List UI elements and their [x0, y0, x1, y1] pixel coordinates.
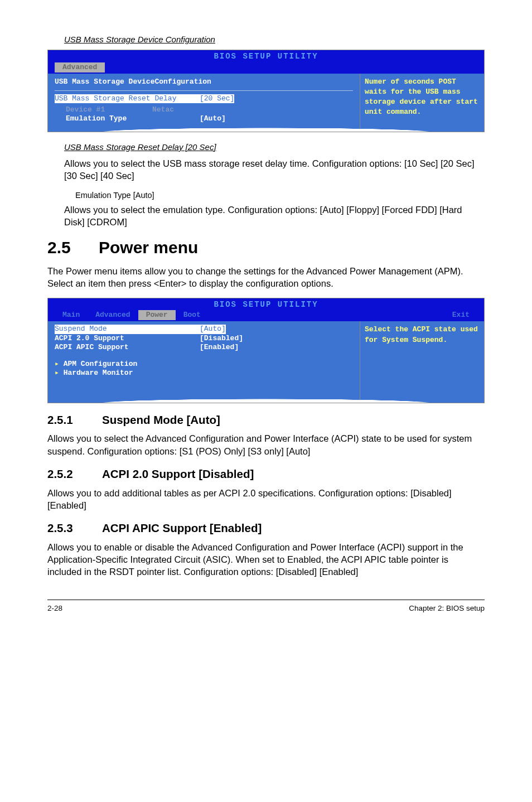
device-value: Netac	[152, 105, 174, 114]
tab-advanced[interactable]: Advanced	[55, 62, 105, 73]
apm-config-row[interactable]: APM Configuration	[55, 360, 353, 369]
usb-config-label: USB Mass Storage Device Configuration	[64, 33, 485, 45]
bios-left-panel: USB Mass Storage DeviceConfiguration USB…	[48, 74, 360, 132]
sub-num: 2.5.3	[47, 520, 102, 537]
tab-main[interactable]: Main	[55, 310, 88, 320]
section-2-5-1: 2.5.1Suspend Mode [Auto]	[47, 412, 485, 428]
tab-exit[interactable]: Exit	[444, 310, 477, 320]
acpi20-label: ACPI 2.0 Support	[55, 334, 200, 343]
bios-left-panel-2: Suspend Mode [Auto] ACPI 2.0 Support [Di…	[48, 321, 360, 402]
page-number: 2-28	[47, 603, 62, 614]
emulation-desc: Allows you to select the emulation type.…	[64, 204, 485, 229]
suspend-label: Suspend Mode	[55, 325, 200, 334]
acpi-apic-row[interactable]: ACPI APIC Support [Enabled]	[55, 343, 353, 352]
hw-monitor-row[interactable]: Hardware Monitor	[55, 369, 353, 378]
reset-delay-heading: USB Mass Storage Reset Delay [20 Sec]	[64, 141, 485, 153]
usb-heading: USB Mass Storage DeviceConfiguration	[55, 77, 353, 87]
acpi-apic-label: ACPI APIC Support	[55, 343, 200, 352]
emulation-label: Emulation Type	[55, 114, 200, 123]
sub-num: 2.5.1	[47, 412, 102, 428]
page-footer: 2-28 Chapter 2: BIOS setup	[47, 600, 485, 614]
apm-config-label: APM Configuration	[55, 360, 200, 369]
emulation-row[interactable]: Emulation Type [Auto]	[55, 114, 353, 123]
bios-help-panel-2: Select the ACPI state used for System Su…	[360, 321, 484, 402]
bios-tab-row: Advanced	[48, 62, 484, 74]
acpi20-value: [Disabled]	[200, 334, 243, 343]
reset-delay-label: USB Mass Storage Reset Delay	[55, 94, 200, 103]
emulation-value: [Auto]	[200, 114, 226, 123]
section-num: 2.5	[47, 236, 99, 259]
section-2-5-3: 2.5.3ACPI APIC Support [Enabled]	[47, 520, 485, 537]
sub-text: ACPI 2.0 Support [Disabled]	[102, 467, 254, 480]
section-2-5-2: 2.5.2ACPI 2.0 Support [Disabled]	[47, 466, 485, 482]
suspend-row[interactable]: Suspend Mode [Auto]	[55, 325, 353, 334]
power-menu-intro: The Power menu items allow you to change…	[47, 265, 485, 290]
reset-delay-row[interactable]: USB Mass Storage Reset Delay [20 Sec]	[55, 94, 353, 103]
bios-screenshot-power: BIOS SETUP UTILITY Main Advanced Power B…	[47, 298, 485, 403]
bios-help-panel: Numer of seconds POST waits for the USB …	[360, 74, 484, 132]
bios-tab-row-2: Main Advanced Power Boot Exit	[48, 310, 484, 321]
tab-advanced-2[interactable]: Advanced	[88, 310, 138, 320]
sub-num: 2.5.2	[47, 466, 102, 482]
reset-delay-value: [20 Sec]	[200, 94, 234, 103]
hw-monitor-label: Hardware Monitor	[55, 369, 200, 378]
chapter-label: Chapter 2: BIOS setup	[409, 603, 485, 614]
section-2-5-title: 2.5Power menu	[47, 236, 485, 259]
section-text: Power menu	[99, 238, 198, 257]
s251-desc: Allows you to select the Advanced Config…	[47, 432, 485, 457]
emulation-heading: Emulation Type [Auto]	[75, 190, 485, 201]
tab-power[interactable]: Power	[138, 310, 176, 320]
device-label: Device #1	[55, 105, 152, 114]
reset-delay-desc: Allows you to select the USB mass storag…	[64, 157, 485, 182]
sub-text: Suspend Mode [Auto]	[102, 413, 220, 426]
tab-boot[interactable]: Boot	[176, 310, 209, 320]
sub-text: ACPI APIC Support [Enabled]	[102, 521, 262, 534]
bios-title: BIOS SETUP UTILITY	[48, 50, 484, 62]
bios-title-2: BIOS SETUP UTILITY	[48, 298, 484, 311]
acpi20-row[interactable]: ACPI 2.0 Support [Disabled]	[55, 334, 353, 343]
s253-desc: Allows you to enable or disable the Adva…	[47, 541, 485, 578]
bios-screenshot-usb: BIOS SETUP UTILITY Advanced USB Mass Sto…	[47, 50, 485, 132]
s252-desc: Allows you to add additional tables as p…	[47, 487, 485, 512]
acpi-apic-value: [Enabled]	[200, 343, 239, 352]
device-row: Device #1 Netac	[55, 105, 353, 114]
suspend-value: [Auto]	[200, 325, 226, 334]
